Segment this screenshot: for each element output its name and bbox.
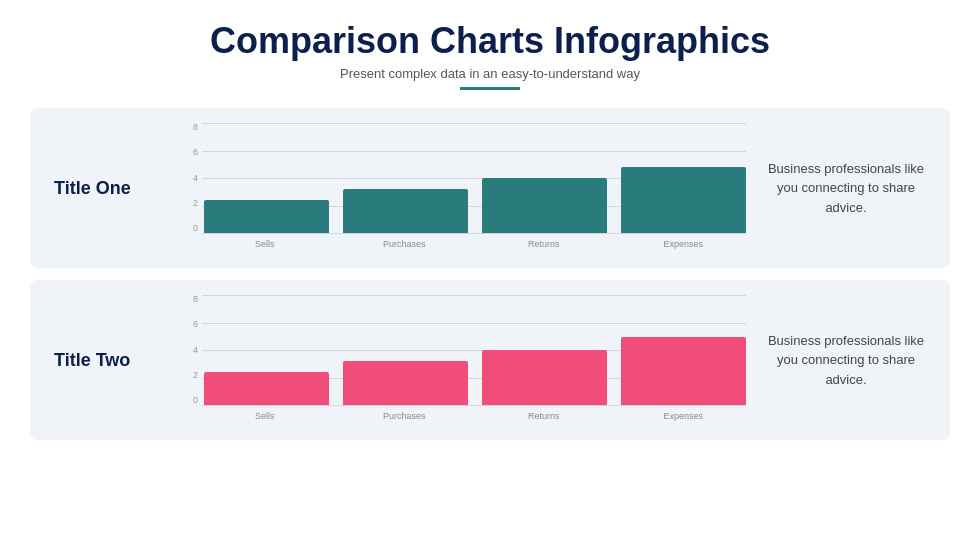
bar-label-2: Returns xyxy=(481,239,607,249)
chart-title-2: Title Two xyxy=(54,350,174,371)
bar-1 xyxy=(343,361,468,405)
bar-item-0 xyxy=(204,200,329,233)
bar-item-3 xyxy=(621,167,746,233)
bar-label-1: Purchases xyxy=(342,411,468,421)
title-underline xyxy=(460,87,520,90)
bar-item-2 xyxy=(482,350,607,405)
y-axis-label: 6 xyxy=(193,148,198,157)
bar-labels: SellsPurchasesReturnsExpenses xyxy=(202,235,746,253)
y-axis-label: 0 xyxy=(193,396,198,405)
chart-area-1: 86420SellsPurchasesReturnsExpenses xyxy=(174,123,746,253)
y-axis-label: 4 xyxy=(193,346,198,355)
chart-description-2: Business professionals like you connecti… xyxy=(746,331,926,390)
bar-label-0: Sells xyxy=(202,411,328,421)
bar-3 xyxy=(621,337,746,405)
y-axis-label: 0 xyxy=(193,224,198,233)
y-axis-label: 2 xyxy=(193,199,198,208)
chart-row-1: Title One86420SellsPurchasesReturnsExpen… xyxy=(30,108,950,268)
bar-item-1 xyxy=(343,189,468,233)
bar-item-0 xyxy=(204,372,329,405)
chart-row-2: Title Two86420SellsPurchasesReturnsExpen… xyxy=(30,280,950,440)
bar-3 xyxy=(621,167,746,233)
bar-item-2 xyxy=(482,178,607,233)
bar-label-3: Expenses xyxy=(621,411,747,421)
bar-2 xyxy=(482,350,607,405)
bar-item-3 xyxy=(621,337,746,405)
y-axis-label: 8 xyxy=(193,123,198,132)
y-axis-2: 86420 xyxy=(174,295,202,405)
y-axis-label: 6 xyxy=(193,320,198,329)
header: Comparison Charts Infographics Present c… xyxy=(210,20,770,90)
subtitle: Present complex data in an easy-to-under… xyxy=(210,66,770,81)
chart-title-1: Title One xyxy=(54,178,174,199)
y-axis-1: 86420 xyxy=(174,123,202,233)
bars-group-1 xyxy=(204,123,746,233)
bar-labels: SellsPurchasesReturnsExpenses xyxy=(202,407,746,425)
bar-label-0: Sells xyxy=(202,239,328,249)
main-title: Comparison Charts Infographics xyxy=(210,20,770,62)
bar-2 xyxy=(482,178,607,233)
y-axis-label: 4 xyxy=(193,174,198,183)
y-axis-label: 8 xyxy=(193,295,198,304)
y-axis-label: 2 xyxy=(193,371,198,380)
bar-0 xyxy=(204,200,329,233)
bar-label-1: Purchases xyxy=(342,239,468,249)
grid-line xyxy=(202,405,746,406)
chart-area-2: 86420SellsPurchasesReturnsExpenses xyxy=(174,295,746,425)
bars-group-2 xyxy=(204,295,746,405)
grid-line xyxy=(202,233,746,234)
bar-label-3: Expenses xyxy=(621,239,747,249)
bar-item-1 xyxy=(343,361,468,405)
page: Comparison Charts Infographics Present c… xyxy=(0,0,980,551)
bar-label-2: Returns xyxy=(481,411,607,421)
bar-1 xyxy=(343,189,468,233)
charts-container: Title One86420SellsPurchasesReturnsExpen… xyxy=(30,108,950,440)
chart-description-1: Business professionals like you connecti… xyxy=(746,159,926,218)
bar-0 xyxy=(204,372,329,405)
